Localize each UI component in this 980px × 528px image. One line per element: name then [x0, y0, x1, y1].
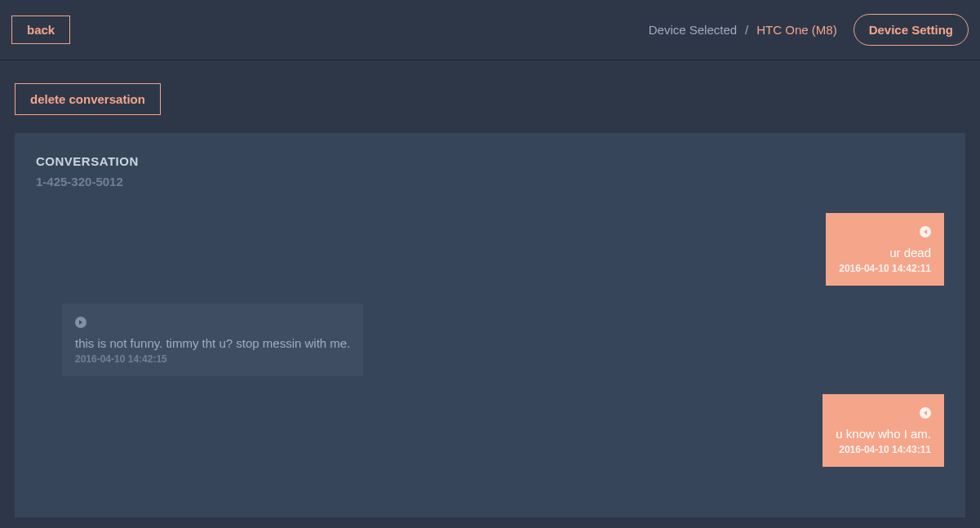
device-setting-button[interactable]: Device Setting	[854, 14, 969, 46]
message-row: this is not funny. timmy tht u? stop mes…	[36, 304, 944, 376]
delete-conversation-button[interactable]: delete conversation	[15, 83, 161, 115]
message-bubble-outgoing: u know who I am. 2016-04-10 14:43:11	[823, 394, 944, 467]
message-bubble-outgoing: ur dead 2016-04-10 14:42:11	[826, 213, 944, 286]
messages-area: ur dead 2016-04-10 14:42:11 this is not …	[36, 213, 944, 467]
device-selected-label: Device Selected	[649, 23, 737, 37]
message-time: 2016-04-10 14:43:11	[836, 444, 931, 455]
message-time: 2016-04-10 14:42:15	[75, 353, 350, 365]
conversation-panel: CONVERSATION 1-425-320-5012 ur dead 2016…	[15, 133, 965, 517]
message-row: ur dead 2016-04-10 14:42:11	[36, 213, 944, 286]
conversation-phone: 1-425-320-5012	[36, 175, 944, 189]
message-time: 2016-04-10 14:42:11	[839, 263, 931, 274]
top-right: Device Selected / HTC One (M8) Device Se…	[649, 14, 969, 46]
content-area: delete conversation CONVERSATION 1-425-3…	[0, 60, 980, 528]
arrow-left-icon	[920, 226, 931, 237]
message-row: u know who I am. 2016-04-10 14:43:11	[36, 394, 944, 467]
conversation-title: CONVERSATION	[36, 154, 944, 168]
breadcrumb-separator: /	[745, 23, 748, 37]
back-button[interactable]: back	[11, 16, 70, 44]
device-name[interactable]: HTC One (M8)	[756, 23, 836, 37]
message-text: u know who I am.	[836, 427, 931, 441]
message-text: this is not funny. timmy tht u? stop mes…	[75, 336, 350, 350]
message-text: ur dead	[839, 246, 931, 260]
top-bar: back Device Selected / HTC One (M8) Devi…	[0, 0, 980, 60]
arrow-left-icon	[920, 407, 931, 419]
arrow-right-icon	[75, 317, 86, 328]
message-bubble-incoming: this is not funny. timmy tht u? stop mes…	[62, 304, 363, 376]
